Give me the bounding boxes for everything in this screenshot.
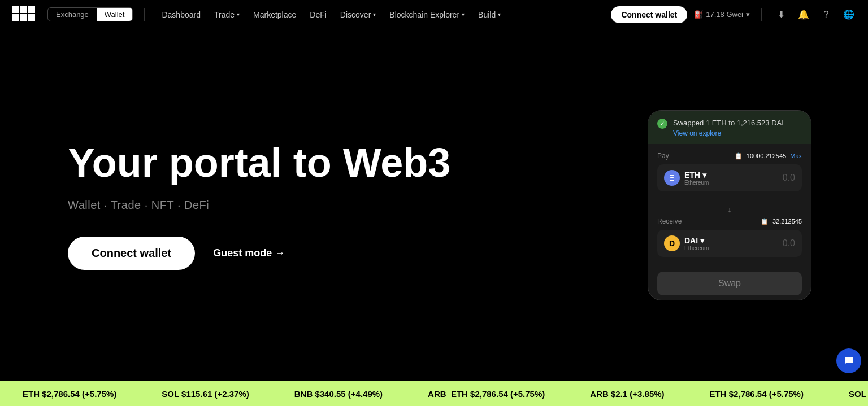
ticker-item-eth: ETH $2,786.54 (+5.75%) — [0, 389, 139, 399]
phone-widget: ✓ Swapped 1 ETH to 1,216.523 DAI View on… — [648, 110, 811, 300]
nav-blockchain-explorer[interactable]: Blockchain Explorer — [384, 7, 470, 23]
gas-value: 17.18 Gwei — [706, 10, 743, 19]
gas-pump-icon: ⛽ — [694, 10, 703, 19]
receive-token-chain: Ethereum — [684, 245, 709, 251]
nav-build[interactable]: Build — [472, 7, 506, 23]
connect-wallet-hero-button[interactable]: Connect wallet — [68, 237, 195, 270]
receive-balance: 📋 32.212545 — [761, 218, 802, 225]
receive-token-details: DAI ▾ Ethereum — [684, 236, 709, 251]
ticker-item-eth-2: ETH $2,786.54 (+5.75%) — [687, 389, 826, 399]
dai-icon: D — [664, 235, 680, 251]
pay-token-details: ETH ▾ Ethereum — [684, 171, 709, 186]
ticker-item-sol-2: SOL $115.61 (+2.37%) — [826, 389, 868, 399]
swap-notification: ✓ Swapped 1 ETH to 1,216.523 DAI View on… — [648, 111, 811, 144]
receive-token-row[interactable]: D DAI ▾ Ethereum 0.0 — [657, 230, 802, 257]
swap-arrow-icon: ↓ — [648, 202, 811, 217]
receive-amount[interactable]: 0.0 — [783, 238, 795, 248]
download-icon[interactable]: ⬇ — [773, 7, 789, 23]
receive-label: Receive — [657, 217, 682, 225]
main-content: Your portal to Web3 Wallet · Trade · NFT… — [0, 29, 868, 381]
svg-rect-5 — [20, 14, 27, 21]
pay-section: Pay 📋 10000.212545 Max Ξ ETH ▾ Ethereum — [648, 144, 811, 202]
exchange-wallet-toggle: Exchange Wallet — [47, 7, 133, 21]
hero-section: Your portal to Web3 Wallet · Trade · NFT… — [68, 141, 463, 270]
gas-indicator[interactable]: ⛽ 17.18 Gwei ▾ — [694, 10, 750, 19]
nav-right: Connect wallet ⛽ 17.18 Gwei ▾ ⬇ 🔔 ? 🌐 — [611, 6, 857, 23]
wallet-tab[interactable]: Wallet — [97, 8, 133, 21]
ticker-bar: ETH $2,786.54 (+5.75%) SOL $115.61 (+2.3… — [0, 381, 868, 406]
chat-bubble-button[interactable] — [836, 348, 861, 373]
receive-token-name: DAI ▾ — [684, 236, 709, 245]
nav-divider — [144, 8, 145, 21]
swap-button[interactable]: Swap — [657, 272, 802, 295]
notification-content: Swapped 1 ETH to 1,216.523 DAI View on e… — [673, 117, 784, 137]
receive-section: Receive 📋 32.212545 D DAI ▾ Ethereum 0.0 — [648, 217, 811, 267]
pay-label-row: Pay 📋 10000.212545 Max — [657, 152, 802, 160]
nav-dashboard[interactable]: Dashboard — [156, 7, 206, 23]
hero-subtitle: Wallet · Trade · NFT · DeFi — [68, 199, 463, 212]
nav-marketplace[interactable]: Marketplace — [248, 7, 302, 23]
nav-divider-2 — [761, 8, 762, 21]
svg-rect-2 — [20, 6, 27, 13]
ticker-item-arb-eth: ARB_ETH $2,786.54 (+5.75%) — [405, 389, 567, 399]
help-icon[interactable]: ? — [818, 7, 834, 23]
exchange-tab[interactable]: Exchange — [48, 8, 97, 21]
svg-rect-4 — [12, 14, 19, 21]
receive-label-row: Receive 📋 32.212545 — [657, 217, 802, 225]
svg-rect-3 — [28, 6, 35, 13]
success-icon: ✓ — [657, 119, 667, 129]
pay-token-chain: Ethereum — [684, 180, 709, 186]
hero-title: Your portal to Web3 — [68, 141, 463, 185]
pay-token-row[interactable]: Ξ ETH ▾ Ethereum 0.0 — [657, 164, 802, 191]
pay-token-info: Ξ ETH ▾ Ethereum — [664, 170, 709, 186]
ticker-content: ETH $2,786.54 (+5.75%) SOL $115.61 (+2.3… — [0, 389, 868, 399]
eth-icon: Ξ — [664, 170, 680, 186]
pay-amount[interactable]: 0.0 — [783, 173, 795, 183]
ticker-item-arb: ARB $2.1 (+3.85%) — [567, 389, 687, 399]
nav-defi[interactable]: DeFi — [304, 7, 332, 23]
receive-token-info: D DAI ▾ Ethereum — [664, 235, 709, 251]
pay-balance: 📋 10000.212545 Max — [735, 152, 802, 160]
connect-wallet-nav-button[interactable]: Connect wallet — [611, 6, 687, 23]
pay-label: Pay — [657, 152, 669, 160]
pay-token-name: ETH ▾ — [684, 171, 709, 180]
nav-links: Dashboard Trade Marketplace DeFi Discove… — [156, 7, 604, 23]
guest-mode-link[interactable]: Guest mode → — [213, 247, 285, 259]
view-on-explore-link[interactable]: View on explore — [673, 129, 784, 137]
notification-text: Swapped 1 ETH to 1,216.523 DAI — [673, 119, 784, 127]
svg-rect-1 — [12, 6, 19, 13]
svg-rect-6 — [28, 14, 35, 21]
navbar: Exchange Wallet Dashboard Trade Marketpl… — [0, 0, 868, 29]
okx-logo[interactable] — [11, 5, 36, 24]
nav-trade[interactable]: Trade — [209, 7, 245, 23]
bell-icon[interactable]: 🔔 — [796, 7, 811, 23]
globe-icon[interactable]: 🌐 — [841, 7, 857, 23]
nav-discover[interactable]: Discover — [335, 7, 381, 23]
hero-actions: Connect wallet Guest mode → — [68, 237, 463, 270]
ticker-item-bnb: BNB $340.55 (+4.49%) — [272, 389, 405, 399]
ticker-item-sol: SOL $115.61 (+2.37%) — [139, 389, 271, 399]
gas-chevron-icon: ▾ — [746, 10, 750, 19]
